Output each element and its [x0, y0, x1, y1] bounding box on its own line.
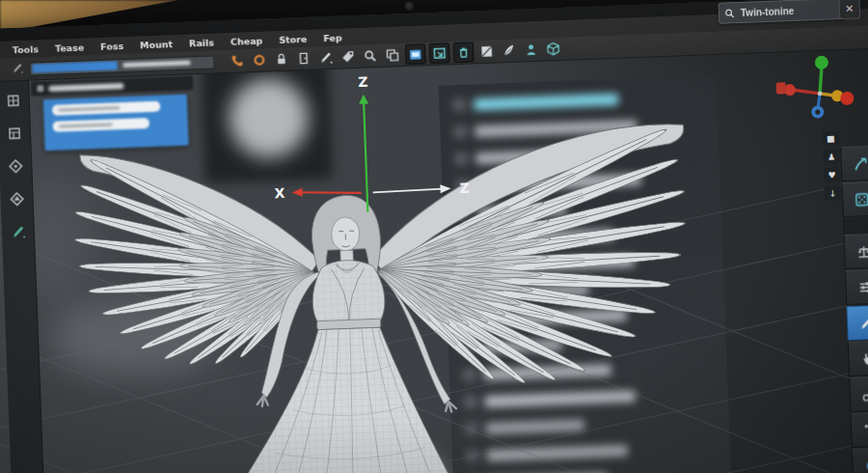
webcam-dot [405, 2, 414, 11]
right-hand [446, 401, 456, 411]
heart-icon-button[interactable]: ♥ [824, 167, 841, 182]
door-icon-button[interactable] [294, 49, 313, 69]
edit-pen-icon[interactable] [11, 60, 24, 78]
menu-item-rails[interactable]: Rails [189, 37, 214, 48]
square-icon-button[interactable]: ■ [823, 130, 840, 146]
toolbar-field[interactable] [29, 55, 214, 75]
hand-icon [859, 349, 868, 367]
menu-item-store[interactable]: Store [279, 33, 307, 44]
hand-icon-button[interactable] [848, 341, 868, 376]
pen-icon-button[interactable] [316, 48, 336, 68]
outliner-panel [31, 75, 196, 151]
axis-label-left: X [274, 185, 285, 201]
lock-icon-button[interactable] [272, 49, 291, 69]
pen-icon-button[interactable] [846, 305, 868, 341]
x-axis-line[interactable] [300, 190, 362, 195]
dice-icon [853, 191, 868, 209]
menu-item-foss[interactable]: Foss [100, 40, 123, 51]
export-icon-button[interactable] [840, 146, 868, 181]
down-arrow-icon-button[interactable]: ↓ [825, 185, 842, 201]
copy-icon [385, 47, 400, 63]
image-icon-button[interactable] [477, 42, 497, 62]
view-options-column: ■♟♥↓ [823, 130, 842, 201]
outliner-item[interactable] [53, 118, 149, 132]
box-icon-button[interactable] [405, 43, 426, 65]
bust-icon-button[interactable]: ♟ [823, 149, 840, 164]
angel-wireframe-model[interactable] [70, 123, 698, 473]
scale-icon [854, 243, 868, 261]
notification-badge [776, 82, 786, 94]
copy-icon-button[interactable] [383, 45, 402, 65]
person-icon-button[interactable] [522, 41, 541, 60]
pyramid-icon-button[interactable] [6, 188, 28, 210]
menu-item-mount[interactable]: Mount [140, 39, 173, 50]
magnifier-icon [363, 48, 378, 64]
axis-label-right: Z [459, 181, 470, 196]
pen-green-icon-button[interactable] [7, 221, 29, 243]
close-button[interactable]: ✕ [838, 0, 860, 19]
dots-icon-button[interactable] [851, 411, 868, 447]
axis-gizmo[interactable]: Z X Z [270, 70, 470, 215]
menu-item-cheap[interactable]: Cheap [231, 35, 263, 46]
cube-icon-button[interactable] [544, 40, 563, 59]
panels-icon [6, 125, 22, 142]
export-icon [852, 155, 868, 173]
dice-icon-button[interactable] [842, 181, 868, 217]
search-icon [724, 8, 735, 18]
dots-icon [861, 421, 868, 438]
z2-axis-line[interactable] [373, 189, 443, 193]
door-icon [296, 51, 312, 67]
menu-item-tools[interactable]: Tools [13, 43, 40, 55]
diamond-icon-button[interactable] [4, 155, 26, 178]
ring-icon-button[interactable] [250, 50, 269, 70]
z-axis-arrowhead [359, 94, 368, 103]
tag-icon-button[interactable] [339, 47, 358, 67]
pen-icon [318, 50, 334, 66]
tag-icon [340, 49, 356, 65]
frame-icon [432, 45, 448, 61]
quill-icon-button[interactable] [500, 42, 519, 61]
trash-icon-button[interactable] [453, 42, 475, 63]
phone-icon [230, 53, 245, 69]
nav-gizmo[interactable] [783, 55, 854, 120]
pen-icon [857, 314, 868, 331]
pyramid-icon [9, 191, 25, 208]
menu-item-tease[interactable]: Tease [55, 42, 85, 53]
z-axis-line[interactable] [364, 102, 367, 212]
panels-icon-button[interactable] [3, 123, 25, 145]
x-axis-arrowhead [291, 188, 302, 197]
sphere-icon [863, 457, 868, 473]
photo-of-screen: Z X Z [0, 0, 868, 473]
sphere-icon-button[interactable] [852, 447, 868, 473]
outliner-title-blur [48, 83, 123, 92]
magnifier-icon-button[interactable] [361, 46, 380, 66]
pen-icon [11, 62, 23, 74]
cube-icon [546, 42, 561, 57]
person-icon [524, 42, 539, 58]
lock-icon [274, 52, 289, 68]
ring-icon [252, 52, 267, 68]
frame-icon-button[interactable] [429, 42, 450, 64]
axis-label-up: Z [358, 74, 368, 90]
z2-axis-arrowhead [440, 184, 450, 193]
grid-icon [5, 93, 21, 109]
app-window: Z X Z [0, 0, 868, 473]
link-icon [860, 385, 868, 403]
scale-icon-button[interactable] [844, 234, 868, 269]
search-input[interactable] [739, 3, 838, 19]
quill-icon [502, 43, 517, 59]
outliner-item[interactable] [52, 101, 160, 116]
phone-icon-button[interactable] [228, 51, 247, 70]
sliders-icon-button[interactable] [845, 269, 868, 305]
diamond-icon [8, 158, 24, 175]
nav-axis-y[interactable] [815, 56, 829, 70]
toolbar-divider [843, 217, 868, 235]
box-icon [408, 46, 423, 62]
menu-item-fep[interactable]: Fep [323, 32, 342, 43]
image-icon [479, 44, 495, 60]
trash-icon [456, 44, 472, 60]
link-icon-button[interactable] [849, 376, 868, 412]
pen-green-icon [10, 224, 26, 240]
outliner-selection[interactable] [43, 95, 189, 152]
grid-icon-button[interactable] [2, 90, 24, 112]
